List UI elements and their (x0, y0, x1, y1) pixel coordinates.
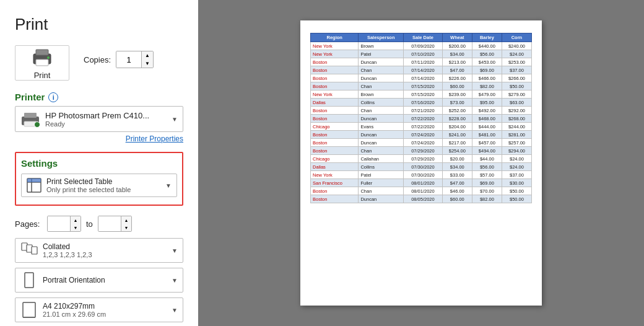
table-cell: 07/14/2020 (404, 66, 443, 74)
table-row: DallasCollins07/16/2020$73.00$95.00$63.0… (311, 99, 532, 107)
table-cell: Patel (359, 50, 404, 58)
page-title: Print (15, 15, 183, 34)
table-row: ChicagoCallahan07/29/2020$20.00$44.00$24… (311, 155, 532, 163)
paper-size-icon (20, 301, 38, 319)
collation-sub: 1,2,3 1,2,3 1,2,3 (43, 251, 167, 258)
printer-info: HP Photosmart Prem C410... Ready (45, 111, 167, 128)
table-row: BostonChan07/29/2020$254.00$494.00$294.0… (311, 147, 532, 155)
orientation-arrow: ▼ (172, 277, 178, 284)
printer-icon-wrap (20, 110, 40, 128)
table-cell: Collins (359, 163, 404, 171)
table-cell: $20.00 (442, 155, 472, 163)
table-icon (27, 178, 41, 193)
table-cell: $244.00 (502, 123, 531, 131)
pages-to-up[interactable]: ▲ (121, 216, 131, 224)
table-cell: Boston (311, 147, 359, 155)
orientation-dropdown[interactable]: Portrait Orientation ▼ (15, 268, 183, 293)
table-cell: 07/09/2020 (404, 42, 443, 50)
paper-size-sub: 21.01 cm x 29.69 cm (43, 311, 167, 318)
table-cell: Brown (359, 90, 404, 99)
pages-from-down[interactable]: ▼ (71, 224, 80, 231)
table-cell: $228.00 (442, 115, 472, 123)
table-cell: $24.00 (502, 155, 531, 163)
svg-point-3 (47, 56, 50, 59)
table-cell: San Francisco (311, 179, 359, 187)
svg-rect-1 (36, 50, 48, 55)
paper-size-main: A4 210x297mm (43, 302, 167, 311)
table-cell: Boston (311, 82, 359, 90)
copies-input[interactable] (116, 51, 141, 68)
orientation-text: Portrait Orientation (43, 276, 167, 284)
pages-from-spinners: ▲ ▼ (70, 216, 80, 231)
table-cell: $257.00 (502, 139, 531, 147)
paper-size-text: A4 210x297mm 21.01 cm x 29.69 cm (43, 302, 167, 318)
printer-selector[interactable]: HP Photosmart Prem C410... Ready ▼ (15, 106, 183, 132)
preview-table: RegionSalespersonSale DateWheatBarleyCor… (310, 33, 532, 203)
table-cell: Duncan (359, 115, 404, 123)
printer-title-text: Printer (15, 92, 45, 102)
table-row: BostonDuncan07/11/2020$213.00$453.00$253… (311, 58, 532, 66)
pages-from-wrap: ▲ ▼ (47, 216, 81, 232)
table-cell: Chicago (311, 155, 359, 163)
pages-to-input[interactable] (98, 216, 121, 231)
table-cell: $294.00 (502, 147, 531, 155)
svg-rect-2 (36, 59, 48, 66)
table-cell: 07/11/2020 (404, 58, 443, 66)
table-cell: $37.00 (502, 66, 531, 74)
table-cell: Duncan (359, 131, 404, 139)
svg-rect-14 (25, 273, 33, 288)
table-cell: Duncan (359, 74, 404, 82)
table-cell: 07/30/2020 (404, 171, 443, 179)
table-cell: Dallas (311, 163, 359, 171)
table-cell: Boston (311, 107, 359, 115)
table-header-cell: Salesperson (359, 33, 404, 42)
pages-from-input[interactable] (48, 216, 70, 231)
table-cell: $70.00 (472, 187, 502, 195)
table-cell: $281.00 (502, 131, 531, 139)
table-cell: $479.00 (472, 90, 502, 99)
table-cell: $217.00 (442, 139, 472, 147)
print-button[interactable]: Print (15, 45, 69, 81)
pages-to-label: to (86, 219, 93, 229)
table-cell: 07/29/2020 (404, 155, 443, 163)
page-preview: RegionSalespersonSale DateWheatBarleyCor… (300, 20, 542, 306)
print-btn-label: Print (34, 71, 51, 80)
table-cell: $46.00 (442, 187, 472, 195)
pages-from-up[interactable]: ▲ (71, 216, 80, 224)
table-cell: Boston (311, 58, 359, 66)
table-cell: New York (311, 42, 359, 50)
collation-arrow: ▼ (172, 247, 178, 254)
printer-section-title: Printer i (15, 92, 183, 102)
table-row: BostonDuncan08/05/2020$60.00$82.00$50.00 (311, 195, 532, 203)
table-cell: 07/15/2020 (404, 82, 443, 90)
printer-properties-link[interactable]: Printer Properties (15, 134, 183, 143)
printer-info-icon[interactable]: i (48, 92, 58, 102)
table-cell: $69.00 (472, 66, 502, 74)
table-row: BostonChan08/01/2020$46.00$70.00$50.00 (311, 187, 532, 195)
table-cell: New York (311, 171, 359, 179)
collation-dropdown[interactable]: Collated 1,2,3 1,2,3 1,2,3 ▼ (15, 238, 183, 263)
copies-down-button[interactable]: ▼ (142, 59, 153, 68)
pages-row: Pages: ▲ ▼ to ▲ ▼ (15, 216, 183, 232)
print-scope-dropdown[interactable]: Print Selected Table Only print the sele… (21, 174, 177, 197)
table-cell: Collins (359, 99, 404, 107)
table-cell: $56.00 (472, 163, 502, 171)
table-cell: $60.00 (442, 195, 472, 203)
table-cell: $47.00 (442, 179, 472, 187)
table-cell: $268.00 (502, 115, 531, 123)
table-cell: 07/14/2020 (404, 74, 443, 82)
table-cell: Brown (359, 42, 404, 50)
table-cell: $481.00 (472, 131, 502, 139)
table-cell: $82.00 (472, 195, 502, 203)
pages-to-down[interactable]: ▼ (121, 224, 131, 231)
paper-size-dropdown[interactable]: A4 210x297mm 21.01 cm x 29.69 cm ▼ (15, 297, 183, 322)
collation-main: Collated (43, 242, 167, 251)
table-cell: $279.00 (502, 90, 531, 99)
copies-up-button[interactable]: ▲ (142, 51, 153, 59)
svg-rect-5 (24, 113, 37, 118)
copies-row: Copies: ▲ ▼ (84, 51, 154, 68)
orientation-main: Portrait Orientation (43, 276, 167, 284)
table-cell: $44.00 (472, 155, 502, 163)
table-cell: Duncan (359, 139, 404, 147)
table-cell: Callahan (359, 155, 404, 163)
